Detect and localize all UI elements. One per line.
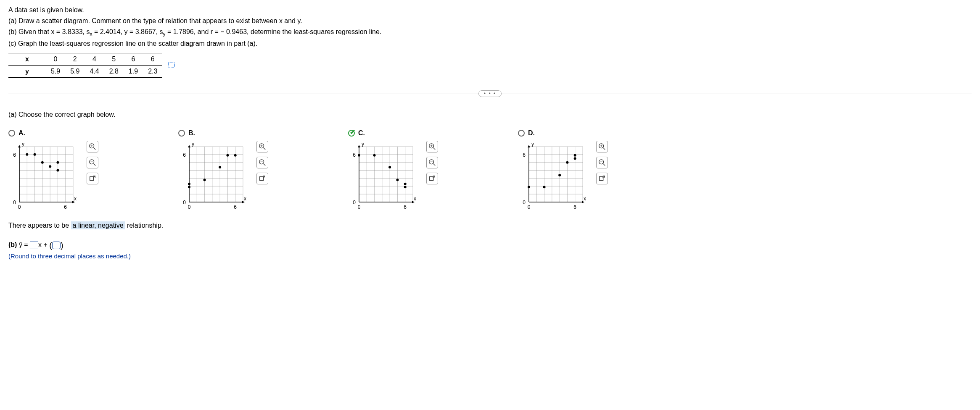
svg-text:y: y xyxy=(22,141,24,147)
radio-b[interactable] xyxy=(178,130,185,137)
svg-marker-143 xyxy=(528,145,530,147)
svg-text:6: 6 xyxy=(523,152,526,158)
data-table: x 0 2 4 5 6 6 y 5.9 5.9 4.4 2.8 1.9 2.3 xyxy=(8,53,162,78)
scatter-a: yx0606 xyxy=(8,141,80,212)
svg-rect-40 xyxy=(90,177,94,181)
svg-point-155 xyxy=(574,157,576,160)
svg-point-73 xyxy=(234,154,237,157)
svg-text:6: 6 xyxy=(183,152,186,158)
svg-text:x: x xyxy=(584,196,586,202)
part-b-equation: (b) ŷ = x + () (Round to three decimal p… xyxy=(8,239,972,261)
svg-marker-102 xyxy=(358,145,360,147)
intercept-input[interactable] xyxy=(52,242,61,249)
svg-line-120 xyxy=(433,164,436,166)
popout-icon[interactable] xyxy=(256,173,268,184)
svg-text:6: 6 xyxy=(404,204,407,210)
svg-point-69 xyxy=(188,186,190,188)
svg-line-79 xyxy=(264,164,266,166)
svg-text:0: 0 xyxy=(358,204,361,210)
scatter-d: yx0606 xyxy=(518,141,589,212)
radio-c[interactable] xyxy=(348,130,355,137)
part-b-text: (b) Given that x = 3.8333, sx = 2.4014, … xyxy=(8,27,972,38)
rounding-instruction: (Round to three decimal places as needed… xyxy=(8,252,972,261)
option-label: C. xyxy=(358,128,365,138)
svg-text:x: x xyxy=(244,196,246,202)
svg-line-123 xyxy=(433,176,435,178)
part-c-text: (c) Graph the least-squares regression l… xyxy=(8,39,972,49)
svg-point-112 xyxy=(396,179,399,181)
scatter-c: yx0606 xyxy=(348,141,420,212)
svg-line-75 xyxy=(264,148,266,150)
svg-text:0: 0 xyxy=(523,200,526,205)
popout-icon[interactable] xyxy=(87,173,98,184)
svg-point-153 xyxy=(566,161,568,164)
svg-point-110 xyxy=(373,154,376,157)
relationship-answer: a linear, negative xyxy=(71,221,125,229)
option-c: C. yx0606 xyxy=(348,128,438,212)
option-b: B. yx0606 xyxy=(178,128,268,212)
expand-dots-button[interactable]: • • • xyxy=(478,90,502,97)
svg-text:0: 0 xyxy=(18,204,21,210)
svg-line-164 xyxy=(602,176,605,178)
zoom-in-icon[interactable] xyxy=(87,141,98,152)
zoom-in-icon[interactable] xyxy=(256,141,268,152)
svg-line-157 xyxy=(603,148,605,150)
scatter-b: yx0606 xyxy=(178,141,250,212)
svg-text:y: y xyxy=(362,141,364,147)
svg-text:0: 0 xyxy=(13,200,16,205)
slope-input[interactable] xyxy=(30,242,38,249)
zoom-in-icon[interactable] xyxy=(596,141,608,152)
svg-text:y: y xyxy=(531,141,534,147)
svg-point-151 xyxy=(543,186,546,188)
svg-line-34 xyxy=(94,148,96,150)
svg-text:x: x xyxy=(74,196,77,202)
svg-point-70 xyxy=(203,179,206,181)
svg-point-27 xyxy=(26,153,28,156)
svg-point-111 xyxy=(388,166,391,168)
option-a: A. yx0606 xyxy=(8,128,98,212)
svg-point-31 xyxy=(56,169,59,172)
svg-line-116 xyxy=(433,148,436,150)
svg-point-114 xyxy=(404,183,407,185)
svg-text:6: 6 xyxy=(64,204,67,210)
svg-text:6: 6 xyxy=(13,152,16,158)
svg-line-82 xyxy=(263,176,265,178)
zoom-in-icon[interactable] xyxy=(426,141,438,152)
expand-table-icon[interactable] xyxy=(168,60,175,71)
svg-point-154 xyxy=(574,154,576,157)
svg-point-28 xyxy=(34,153,36,156)
svg-point-68 xyxy=(188,183,190,185)
svg-line-161 xyxy=(603,164,605,166)
zoom-out-icon[interactable] xyxy=(256,157,268,168)
svg-line-38 xyxy=(94,164,96,166)
zoom-out-icon[interactable] xyxy=(426,157,438,168)
svg-text:x: x xyxy=(414,196,416,202)
option-label: A. xyxy=(18,128,25,138)
part-a-text: (a) Draw a scatter diagram. Comment on t… xyxy=(8,16,972,26)
radio-d[interactable] xyxy=(518,130,525,137)
section-divider: • • • xyxy=(8,90,972,97)
svg-text:6: 6 xyxy=(573,204,576,210)
option-label: D. xyxy=(528,128,535,138)
zoom-out-icon[interactable] xyxy=(87,157,98,168)
popout-icon[interactable] xyxy=(426,173,438,184)
popout-icon[interactable] xyxy=(596,173,608,184)
svg-point-109 xyxy=(358,154,360,157)
relationship-sentence: There appears to be a linear, negative r… xyxy=(8,221,972,231)
svg-text:6: 6 xyxy=(234,204,237,210)
svg-text:0: 0 xyxy=(183,200,186,205)
table-row: y 5.9 5.9 4.4 2.8 1.9 2.3 xyxy=(8,66,162,78)
table-row: x 0 2 4 5 6 6 xyxy=(8,53,162,66)
graph-options: A. yx0606 B. yx0606 C. xyxy=(8,128,972,212)
svg-point-71 xyxy=(219,166,221,168)
svg-rect-0 xyxy=(169,62,174,67)
svg-text:0: 0 xyxy=(353,200,356,205)
svg-point-152 xyxy=(558,174,561,176)
svg-rect-81 xyxy=(260,177,264,181)
intro-line: A data set is given below. xyxy=(8,5,972,15)
part-a-prompt: (a) Choose the correct graph below. xyxy=(8,110,972,120)
zoom-out-icon[interactable] xyxy=(596,157,608,168)
svg-point-113 xyxy=(404,186,407,188)
radio-a[interactable] xyxy=(8,130,15,137)
svg-point-150 xyxy=(528,186,530,188)
